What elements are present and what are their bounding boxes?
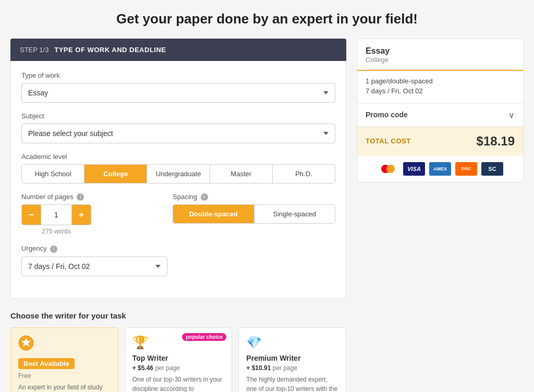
top-writer-name: Top Writer (132, 354, 225, 362)
discover-icon: DISC (455, 162, 477, 176)
total-price: $18.19 (477, 134, 515, 149)
step-header: STEP 1/3 TYPE OF WORK AND DEADLINE (10, 39, 346, 61)
academic-btn-master[interactable]: Master (210, 165, 273, 183)
subject-group: Subject Please select your subject (21, 112, 335, 143)
best-writer-desc: An expert in your field of study who's a… (18, 383, 111, 392)
promo-chevron-icon: ∨ (508, 110, 515, 120)
best-writer-name: Best Available (18, 358, 75, 369)
academic-level-label: Academic level (21, 153, 335, 161)
spacing-buttons: Double-spaced Single-spaced (173, 204, 335, 224)
pages-group: Number of pages i − + 275 words (21, 193, 157, 236)
premium-writer-name: Premium Writer (246, 354, 338, 362)
premium-writer-price: + $10.91 per page (246, 364, 338, 372)
top-writer-desc: One of our top-30 writers in your discip… (132, 375, 225, 392)
urgency-select[interactable]: 7 days / Fri, Oct 02 (21, 256, 167, 276)
pages-decrement-button[interactable]: − (22, 205, 41, 225)
premium-writer-icon: 💎 (246, 335, 338, 350)
pages-control: − + (21, 204, 91, 225)
summary-top: Essay College (357, 39, 523, 71)
step-number: STEP 1/3 (20, 46, 48, 54)
step-title: TYPE OF WORK AND DEADLINE (54, 46, 166, 54)
pages-info-icon[interactable]: i (77, 193, 84, 201)
academic-btn-undergraduate[interactable]: Undergraduate (147, 165, 210, 183)
total-cost-label: TOTAL COST (366, 137, 411, 145)
mastercard-icon (377, 162, 399, 176)
writer-section: Choose the writer for your task Best Ava… (10, 311, 346, 392)
amex-icon: AMEX (429, 162, 451, 176)
summary-level: College (366, 56, 515, 64)
writer-cards: Best Available Free An expert in your fi… (10, 327, 346, 392)
popular-badge: popular choice (182, 333, 226, 341)
promo-label: Promo code (366, 111, 408, 119)
subject-label: Subject (21, 112, 335, 120)
academic-level-buttons: High School College Undergraduate Master… (21, 164, 335, 183)
best-writer-icon (18, 335, 111, 354)
type-of-work-group: Type of work Essay (21, 71, 335, 103)
page-title: Get your paper done by an expert in your… (10, 10, 524, 28)
writer-card-premium[interactable]: 💎 Premium Writer + $10.91 per page The h… (238, 327, 346, 392)
academic-btn-college[interactable]: College (84, 165, 147, 183)
pages-words: 275 words (21, 228, 91, 235)
academic-level-group: Academic level High School College Under… (21, 153, 335, 183)
writer-card-best[interactable]: Best Available Free An expert in your fi… (10, 327, 118, 392)
summary-details: 1 page/double-spaced 7 days / Fri, Oct 0… (357, 71, 523, 104)
spacing-btn-double[interactable]: Double-spaced (173, 205, 254, 223)
spacing-info-icon[interactable]: i (201, 193, 208, 201)
left-panel: STEP 1/3 TYPE OF WORK AND DEADLINE Type … (10, 39, 346, 392)
promo-row[interactable]: Promo code ∨ (357, 104, 523, 127)
urgency-label: Urgency i (21, 244, 335, 253)
urgency-group: Urgency i 7 days / Fri, Oct 02 (21, 244, 335, 276)
summary-type: Essay (366, 46, 515, 56)
type-of-work-select[interactable]: Essay (21, 83, 335, 103)
right-panel: Essay College 1 page/double-spaced 7 day… (357, 39, 524, 392)
pages-label: Number of pages i (21, 193, 157, 201)
form-panel: Type of work Essay Subject Please select… (10, 61, 346, 299)
subject-select[interactable]: Please select your subject (21, 124, 335, 143)
spacing-group: Spacing i Double-spaced Single-spaced (173, 193, 335, 224)
sc-icon: SC (481, 162, 503, 176)
visa-icon: VISA (403, 162, 425, 176)
pages-input[interactable] (41, 205, 72, 225)
spacing-label: Spacing i (173, 193, 335, 201)
type-of-work-label: Type of work (21, 71, 335, 79)
spacing-btn-single[interactable]: Single-spaced (254, 205, 335, 223)
summary-deadline: 7 days / Fri, Oct 02 (366, 87, 515, 95)
payment-icons: VISA AMEX DISC SC (357, 156, 523, 182)
total-row: TOTAL COST $18.19 (357, 127, 523, 156)
academic-btn-phd[interactable]: Ph.D. (273, 165, 335, 183)
urgency-info-icon[interactable]: i (50, 246, 57, 253)
academic-btn-highschool[interactable]: High School (22, 165, 84, 183)
writer-card-top[interactable]: 🏆 popular choice Top Writer + $5.46 per … (125, 327, 233, 392)
pages-increment-button[interactable]: + (72, 205, 91, 225)
summary-pages: 1 page/double-spaced (366, 77, 515, 85)
pages-spacing-row: Number of pages i − + 275 words Spacing … (21, 193, 335, 245)
premium-writer-desc: The highly demanded expert, one of our t… (246, 375, 338, 392)
summary-card: Essay College 1 page/double-spaced 7 day… (357, 39, 524, 182)
top-writer-price: + $5.46 per page (132, 364, 225, 372)
writer-section-title: Choose the writer for your task (10, 311, 346, 320)
best-writer-price: Free (18, 372, 111, 379)
